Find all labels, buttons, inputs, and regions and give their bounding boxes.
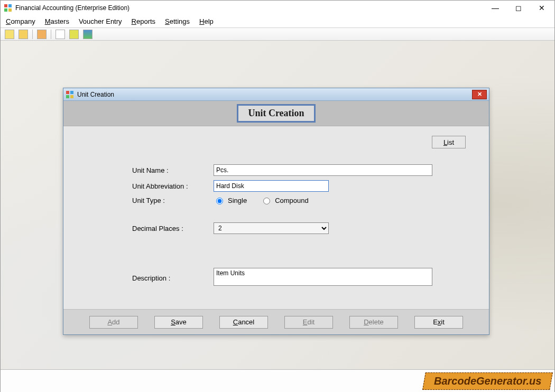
svg-rect-0 <box>4 4 7 7</box>
toolbar-icon-5[interactable] <box>69 30 79 39</box>
main-titlebar: Financial Accounting (Enterprise Edition… <box>1 1 554 15</box>
unit-creation-dialog: Unit Creation ✕ Unit Creation List Unit … <box>63 88 489 335</box>
radio-single-input[interactable] <box>216 198 223 204</box>
svg-rect-7 <box>70 95 73 98</box>
toolbar-separator <box>51 30 51 39</box>
save-button[interactable]: Save <box>154 316 203 329</box>
dialog-titlebar: Unit Creation ✕ <box>63 88 489 101</box>
menu-voucher-entry[interactable]: Voucher Entry <box>79 17 122 25</box>
app-icon <box>4 4 12 12</box>
footer: BarcodeGenerator.us <box>1 369 554 392</box>
dialog-header: Unit Creation <box>63 101 489 126</box>
radio-compound-input[interactable] <box>263 198 270 204</box>
toolbar-icon-2[interactable] <box>18 30 28 39</box>
delete-button[interactable]: Delete <box>349 316 398 329</box>
work-area: Unit Creation ✕ Unit Creation List Unit … <box>1 41 554 369</box>
exit-button[interactable]: Exit <box>414 316 463 329</box>
toolbar-icon-1[interactable] <box>5 30 14 39</box>
menu-reports[interactable]: Reports <box>132 17 156 25</box>
toolbar-separator <box>32 30 33 39</box>
radio-single[interactable]: Single <box>214 196 247 204</box>
toolbar-icon-4[interactable] <box>56 30 65 39</box>
radio-compound[interactable]: Compound <box>261 196 309 204</box>
menu-help[interactable]: Help <box>199 17 214 25</box>
toolbar-icon-6[interactable] <box>83 30 92 39</box>
unit-name-input[interactable] <box>214 164 432 176</box>
add-button[interactable]: Add <box>89 316 138 329</box>
toolbar-icon-3[interactable] <box>37 30 47 39</box>
dialog-close-button[interactable]: ✕ <box>472 90 487 99</box>
minimize-button[interactable]: — <box>484 1 507 15</box>
decimal-places-select[interactable]: 2 <box>214 222 329 234</box>
description-input[interactable] <box>214 268 432 286</box>
svg-rect-3 <box>8 8 12 12</box>
main-window: Financial Accounting (Enterprise Edition… <box>0 0 555 392</box>
close-button[interactable]: ✕ <box>530 1 553 15</box>
maximize-button[interactable]: ◻ <box>507 1 530 15</box>
main-window-title: Financial Accounting (Enterprise Edition… <box>15 4 130 12</box>
cancel-button[interactable]: Cancel <box>219 316 268 329</box>
menu-masters[interactable]: Masters <box>45 17 69 25</box>
dialog-icon <box>66 90 74 99</box>
dialog-footer: Add Save Cancel Edit Delete Exit <box>63 309 489 334</box>
svg-rect-2 <box>4 8 7 12</box>
label-unit-name: Unit Name : <box>87 166 214 174</box>
menubar: Company Masters Voucher Entry Reports Se… <box>1 15 554 28</box>
dialog-body: List Unit Name : Unit Abbreviation : Uni… <box>63 126 489 310</box>
radio-single-label: Single <box>228 197 247 204</box>
menu-company[interactable]: Company <box>6 17 35 25</box>
svg-rect-4 <box>66 91 69 94</box>
label-unit-type: Unit Type : <box>87 197 214 204</box>
unit-abbreviation-input[interactable] <box>214 180 329 192</box>
label-decimal-places: Decimal Places : <box>87 225 214 232</box>
dialog-heading: Unit Creation <box>237 104 315 123</box>
svg-rect-6 <box>66 95 69 98</box>
label-description: Description : <box>87 274 214 282</box>
toolbar <box>1 28 554 41</box>
menu-settings[interactable]: Settings <box>165 17 190 25</box>
edit-button[interactable]: Edit <box>284 316 333 329</box>
brand-tag: BarcodeGenerator.us <box>422 372 553 390</box>
radio-compound-label: Compound <box>275 197 309 204</box>
svg-rect-1 <box>8 4 12 7</box>
label-unit-abbreviation: Unit Abbreviation : <box>87 182 214 190</box>
svg-rect-5 <box>70 91 73 94</box>
dialog-title: Unit Creation <box>77 91 114 98</box>
list-button[interactable]: List <box>432 136 466 148</box>
